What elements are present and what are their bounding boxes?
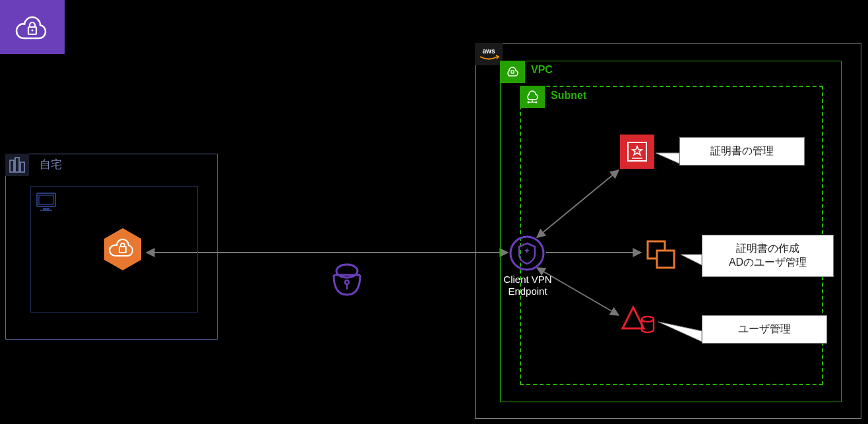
svg-point-28: [511, 237, 543, 270]
svg-rect-13: [39, 195, 53, 204]
svg-rect-9: [10, 160, 14, 172]
home-icon: [5, 154, 29, 176]
home-label: 自宅: [40, 157, 62, 172]
svg-marker-32: [633, 146, 642, 155]
svg-point-37: [642, 317, 654, 322]
subnet-label: Subnet: [551, 90, 586, 102]
client-vpn-endpoint-icon: [509, 235, 545, 271]
directory-service-icon: [620, 305, 657, 336]
svg-rect-11: [20, 162, 24, 172]
svg-rect-14: [43, 208, 49, 210]
vpn-client-icon: [100, 227, 145, 272]
svg-rect-23: [511, 71, 514, 73]
callout-cloud9: 証明書の作成 ADのユーザ管理: [702, 235, 834, 277]
callout-directory-service: ユーザ管理: [702, 315, 827, 344]
svg-text:aws: aws: [483, 47, 495, 55]
svg-marker-36: [623, 307, 644, 328]
svg-rect-10: [15, 158, 19, 172]
svg-rect-35: [657, 251, 674, 268]
client-vpn-service-icon: [0, 0, 65, 54]
subnet-icon: [520, 86, 545, 108]
svg-point-26: [528, 102, 530, 104]
vpc-label: VPC: [531, 64, 553, 76]
aws-logo-icon: aws: [475, 43, 503, 65]
vpc-icon: [500, 61, 525, 83]
endpoint-label: Client VPN Endpoint: [491, 274, 564, 297]
svg-point-27: [536, 102, 538, 104]
svg-point-20: [345, 280, 349, 284]
svg-point-8: [32, 30, 34, 32]
vpn-gateway-icon: [330, 261, 364, 301]
callout-cert-manager: 証明書の管理: [679, 137, 805, 166]
svg-rect-15: [40, 210, 52, 211]
certificate-manager-icon: [620, 135, 654, 169]
computer-icon: [30, 186, 62, 218]
cloud9-icon: [642, 236, 679, 273]
